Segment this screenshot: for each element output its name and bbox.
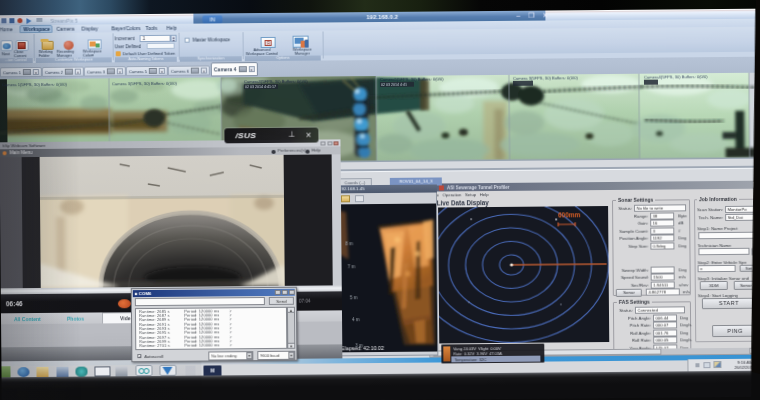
svg-text:Camera4(5FPS, 30) Buffers: 0(0: Camera4(5FPS, 30) Buffers: 0(0/0) [644, 74, 708, 80]
svg-text:Camera5(5FPS, 30) Buffers: 0(0: Camera5(5FPS, 30) Buffers: 0(0/0) [380, 76, 444, 82]
svg-text:4 m: 4 m [352, 317, 360, 322]
svg-text:02 03 2014 4:41: 02 03 2014 4:41 [381, 83, 407, 87]
svg-text:8 m: 8 m [345, 241, 353, 246]
svg-text:Camera3(5FPS, 30) Buffers: 0(0: Camera3(5FPS, 30) Buffers: 0(0/0) [244, 79, 308, 85]
svg-text:Camera 3(5FPS, 30) Buffers: 0(: Camera 3(5FPS, 30) Buffers: 0(0/0) [112, 81, 177, 87]
svg-text:Camera 3(5FPS, 30) Buffers: 0(: Camera 3(5FPS, 30) Buffers: 0(0/0) [513, 75, 578, 81]
svg-text:02 03 2014 4:41:17: 02 03 2014 4:41:17 [245, 85, 276, 89]
svg-text:600mm: 600mm [558, 211, 581, 218]
svg-text:7 m: 7 m [348, 264, 356, 269]
svg-text:5 m: 5 m [350, 295, 358, 300]
